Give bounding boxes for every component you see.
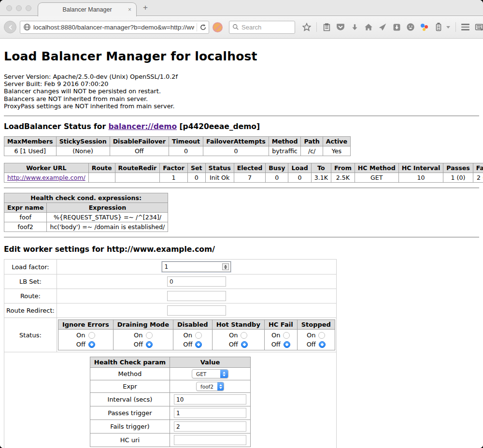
chat-smiley-icon[interactable] xyxy=(406,23,415,31)
cell-load: 0 xyxy=(288,173,311,183)
bookmark-star-icon[interactable] xyxy=(302,23,311,31)
disabled-on-radio[interactable] xyxy=(195,332,202,339)
cell-route xyxy=(88,173,115,183)
draining-mode-on-radio[interactable] xyxy=(146,332,153,339)
table-row: 6 [1 Used] (None) Off 0 0 bytraffic /c/ … xyxy=(4,146,351,156)
disabled-off-radio[interactable] xyxy=(195,341,202,348)
stopped-on-radio[interactable] xyxy=(318,332,325,339)
page-content: Load Balancer Manager for localhost Serv… xyxy=(0,39,483,448)
col-passes: Passes xyxy=(443,163,473,173)
col-health-check-param: Health Check param xyxy=(90,357,170,368)
method-select[interactable]: GET xyxy=(192,369,228,378)
cell-method: bytraffic xyxy=(269,146,301,156)
hot-standby-on-radio[interactable] xyxy=(241,332,247,339)
route-redirect-label: Route Redirect: xyxy=(4,303,57,318)
hc-fail-off-radio[interactable] xyxy=(284,341,290,348)
fails-input[interactable] xyxy=(174,421,246,432)
col-fails: Fails xyxy=(473,163,483,173)
draining-mode-off-radio[interactable] xyxy=(146,341,153,348)
hc-header-row: Health Check param Value xyxy=(90,357,250,368)
stopped-off-radio[interactable] xyxy=(319,341,326,348)
number-stepper-icon[interactable] xyxy=(222,263,229,270)
new-tab-button[interactable]: + xyxy=(143,3,148,13)
cell-set: 0 xyxy=(187,173,205,183)
passes-input[interactable] xyxy=(174,408,246,418)
tab-balancer-manager[interactable]: Balancer Manager × xyxy=(38,2,137,16)
reload-icon[interactable] xyxy=(199,24,207,31)
lb-set-input[interactable] xyxy=(167,276,226,287)
browser-window: Balancer Manager × + xyxy=(0,0,483,448)
off-label: Off xyxy=(183,340,192,349)
content-blocker-icon[interactable] xyxy=(213,22,223,32)
hc-uri-input[interactable] xyxy=(174,435,246,445)
edit-worker-form: Load factor: LB Set: Route: Route Redire… xyxy=(4,259,337,448)
color-dots-icon[interactable] xyxy=(420,23,429,31)
window-controls[interactable] xyxy=(6,5,31,11)
off-label: Off xyxy=(134,340,143,349)
health-check-param-table: Health Check param Value Method GET xyxy=(90,357,251,447)
cell-passes: 1 (0) xyxy=(443,173,473,183)
col-value: Value xyxy=(170,357,251,368)
cell-path: /c/ xyxy=(301,146,323,156)
col-maxmembers: MaxMembers xyxy=(4,137,57,146)
search-bar[interactable] xyxy=(229,21,295,34)
url-input[interactable] xyxy=(33,24,194,31)
expr-row: foof %{REQUEST_STATUS} =~ /^[234]/ xyxy=(4,213,168,222)
form-row-load-factor: Load factor: xyxy=(4,260,337,275)
cell-hc-interval: 10 xyxy=(398,173,443,183)
tab-close-icon[interactable]: × xyxy=(128,6,131,13)
inherit-notice-line: Balancers are NOT inherited from main se… xyxy=(4,95,479,102)
worker-table: Worker URL Route RouteRedir Factor Set S… xyxy=(4,163,483,183)
cell-timeout: 0 xyxy=(169,146,203,156)
battery-panel-icon[interactable] xyxy=(434,23,443,31)
hc-fail-on-radio[interactable] xyxy=(283,332,290,339)
pocket-icon[interactable] xyxy=(336,23,345,31)
divider xyxy=(4,237,479,238)
menu-hamburger-icon[interactable] xyxy=(461,24,469,30)
server-info: Server Version: Apache/2.5.0-dev (Unix) … xyxy=(4,73,479,110)
panel-download-icon[interactable] xyxy=(392,23,401,31)
balancer-heading-prefix: LoadBalancer Status for xyxy=(4,122,108,131)
minimize-window-icon[interactable] xyxy=(16,5,22,11)
zoom-window-icon[interactable] xyxy=(26,5,31,11)
interval-input[interactable] xyxy=(174,394,246,405)
route-input[interactable] xyxy=(167,291,226,301)
col-failoverattempts: FailoverAttempts xyxy=(203,137,269,146)
send-plane-icon[interactable] xyxy=(378,23,387,31)
ignore-errors-off-radio[interactable] xyxy=(88,341,95,348)
hot-standby-off-radio[interactable] xyxy=(241,341,248,348)
load-factor-input[interactable] xyxy=(162,261,231,272)
page-title: Load Balancer Manager for localhost xyxy=(4,49,479,63)
search-input[interactable] xyxy=(242,24,292,31)
cell-expression: %{REQUEST_STATUS} =~ /^[234]/ xyxy=(47,213,168,222)
ignore-errors-on-radio[interactable] xyxy=(88,332,95,339)
clipboard-icon[interactable] xyxy=(322,23,331,31)
cell-from: 2.5K xyxy=(331,173,355,183)
status-header-row: Ignore Errors Draining Mode Disabled Hot… xyxy=(58,320,335,330)
col-factor: Factor xyxy=(160,163,188,173)
keyboard-grid-icon[interactable] xyxy=(475,23,483,31)
cell-maxmembers: 6 [1 Used] xyxy=(4,146,57,156)
table-header-row: MaxMembers StickySession DisableFailover… xyxy=(4,137,351,146)
passes-label: Passes trigger xyxy=(90,406,170,420)
home-icon[interactable] xyxy=(364,23,373,31)
downloads-icon[interactable] xyxy=(350,23,359,31)
balancer-demo-link[interactable]: balancer://demo xyxy=(108,122,177,131)
toolbar-divider xyxy=(316,22,317,32)
route-label: Route: xyxy=(4,289,57,303)
expr-select[interactable]: foof2 xyxy=(196,382,224,391)
expr-table: Health check cond. expressions: Expr nam… xyxy=(4,193,168,232)
close-window-icon[interactable] xyxy=(6,5,12,11)
overflow-caret-icon[interactable] xyxy=(446,26,450,29)
hc-row-passes: Passes trigger xyxy=(90,406,250,420)
url-bar[interactable] xyxy=(20,21,209,34)
col-active: Active xyxy=(323,137,350,146)
edit-worker-heading: Edit worker settings for http://www.exam… xyxy=(4,245,479,254)
col-timeout: Timeout xyxy=(169,137,203,146)
back-button[interactable] xyxy=(4,21,16,33)
route-redirect-input[interactable] xyxy=(167,305,226,316)
cell-fails: 2 (0) xyxy=(473,173,483,183)
col-draining-mode: Draining Mode xyxy=(113,320,173,330)
worker-url-link[interactable]: http://www.example.com/ xyxy=(7,174,85,181)
table-header-row: Expr name Expression xyxy=(4,203,168,213)
